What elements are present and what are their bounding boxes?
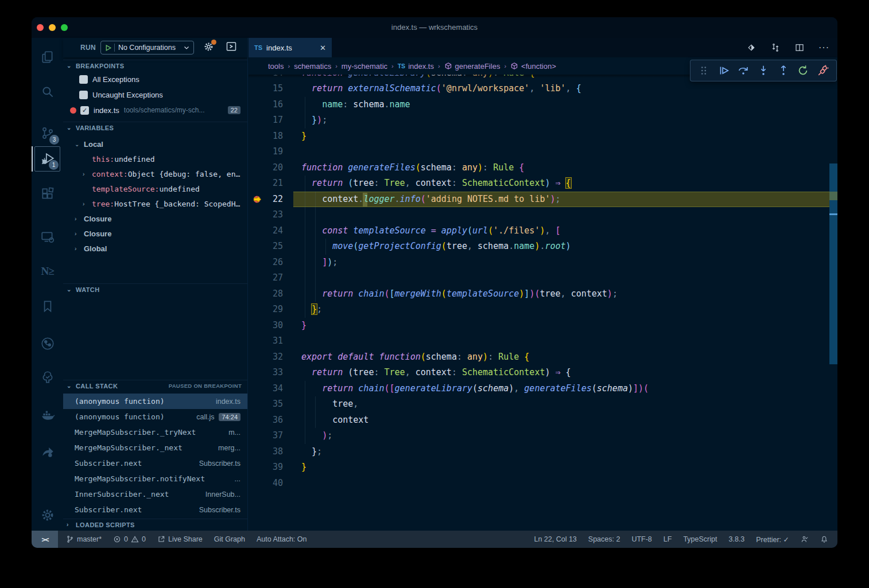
- call-stack-section-header[interactable]: ⌄ CALL STACK PAUSED ON BREAKPOINT: [63, 380, 247, 391]
- step-out-button[interactable]: [775, 63, 792, 79]
- typescript-version-status[interactable]: 3.8.3: [728, 535, 744, 543]
- line-number[interactable]: 18: [249, 128, 283, 145]
- breadcrumb-item[interactable]: schematics: [294, 62, 331, 71]
- code-line[interactable]: [301, 207, 826, 223]
- variable-row[interactable]: ⌄Local: [63, 137, 247, 151]
- variable-row[interactable]: ›context: Object {debug: false, en…: [63, 166, 247, 181]
- code-line[interactable]: const templateSource = apply(url('./file…: [301, 223, 826, 239]
- code-line[interactable]: [301, 333, 826, 349]
- code-line[interactable]: }: [301, 128, 826, 145]
- restart-button[interactable]: [795, 63, 811, 79]
- checkbox-unchecked[interactable]: [79, 75, 88, 84]
- activity-source-control[interactable]: 3: [34, 120, 60, 146]
- code-line[interactable]: tree,: [301, 396, 826, 412]
- code-line[interactable]: [301, 144, 826, 160]
- debug-settings-button[interactable]: [203, 41, 214, 54]
- code-line[interactable]: return chain([mergeWith(templateSource)]…: [301, 286, 826, 302]
- line-number[interactable]: 38: [249, 444, 283, 460]
- breadcrumb-item[interactable]: TSindex.ts: [398, 62, 434, 71]
- activity-manage[interactable]: [34, 503, 60, 528]
- step-into-button[interactable]: [755, 63, 771, 79]
- code-line[interactable]: name: schema.name: [301, 97, 826, 113]
- gitlens-diamond-icon[interactable]: [746, 42, 757, 53]
- notifications-button[interactable]: [820, 535, 828, 543]
- code-line[interactable]: context: [301, 412, 826, 429]
- breakpoints-section-header[interactable]: ⌄ BREAKPOINTS: [63, 60, 247, 71]
- line-number[interactable]: 36: [249, 412, 283, 429]
- debug-console-button[interactable]: [226, 41, 237, 54]
- call-stack-frame[interactable]: MergeMapSubscriber.notifyNext...: [63, 471, 247, 486]
- line-number[interactable]: 16: [249, 97, 283, 113]
- code-line[interactable]: });: [301, 112, 826, 128]
- close-tab-icon[interactable]: ✕: [320, 44, 326, 52]
- current-breakpoint-arrow-icon[interactable]: [252, 194, 263, 205]
- code-line[interactable]: ]);: [301, 255, 826, 271]
- line-number[interactable]: 26: [249, 255, 283, 271]
- tab-index-ts[interactable]: TS index.ts ✕: [249, 38, 332, 57]
- chevron-right-icon[interactable]: ›: [75, 246, 84, 252]
- editor-scrollbar[interactable]: [829, 75, 837, 531]
- breadcrumb-item[interactable]: tools: [268, 62, 284, 71]
- chevron-down-icon[interactable]: ⌄: [75, 141, 84, 147]
- language-mode-status[interactable]: TypeScript: [683, 535, 717, 543]
- git-graph-status[interactable]: Git Graph: [214, 535, 245, 543]
- line-number[interactable]: 24: [249, 223, 283, 239]
- line-number[interactable]: 40: [249, 476, 283, 492]
- activity-docker[interactable]: [34, 402, 60, 427]
- line-number[interactable]: 34: [249, 381, 283, 397]
- toolbar-grip-handle[interactable]: [696, 63, 712, 79]
- line-number[interactable]: 39: [249, 460, 283, 476]
- encoding-status[interactable]: UTF-8: [631, 535, 651, 543]
- activity-remote-explorer[interactable]: [34, 224, 60, 250]
- activity-extensions[interactable]: [34, 181, 60, 207]
- line-number[interactable]: 14: [249, 75, 283, 81]
- line-number[interactable]: 32: [249, 349, 283, 365]
- variable-row[interactable]: ›Global: [63, 241, 247, 256]
- call-stack-frame[interactable]: (anonymous function)call.js74:24: [63, 409, 247, 425]
- launch-configuration-dropdown[interactable]: No Configurations: [100, 41, 194, 54]
- call-stack-frame[interactable]: Subscriber.nextSubscriber.ts: [63, 455, 247, 471]
- checkbox-unchecked[interactable]: [79, 91, 88, 99]
- code-line[interactable]: );: [301, 428, 826, 444]
- indentation-status[interactable]: Spaces: 2: [588, 535, 620, 543]
- line-number[interactable]: 21: [249, 176, 283, 192]
- eol-status[interactable]: LF: [664, 535, 672, 543]
- code-line[interactable]: };: [301, 302, 826, 318]
- chevron-right-icon[interactable]: ›: [75, 231, 84, 237]
- activity-bookmarks[interactable]: [34, 294, 60, 319]
- call-stack-frame[interactable]: InnerSubscriber._nextInnerSub...: [63, 486, 247, 502]
- problems-status[interactable]: 0 0: [113, 535, 146, 543]
- feedback-button[interactable]: [801, 535, 809, 543]
- watch-section-header[interactable]: ⌄ WATCH: [63, 283, 247, 295]
- variable-row[interactable]: this: undefined: [63, 151, 247, 166]
- line-number[interactable]: 37: [249, 428, 283, 444]
- code-line[interactable]: };: [301, 444, 826, 460]
- activity-search[interactable]: [34, 79, 60, 104]
- line-number[interactable]: 30: [249, 318, 283, 334]
- step-over-button[interactable]: [735, 63, 751, 79]
- chevron-right-icon[interactable]: ›: [75, 216, 84, 222]
- remote-indicator[interactable]: ><: [32, 531, 58, 548]
- split-editor-icon[interactable]: [794, 42, 805, 53]
- chevron-right-icon[interactable]: ›: [83, 171, 92, 177]
- line-number[interactable]: 27: [249, 270, 283, 286]
- line-number[interactable]: 17: [249, 112, 283, 128]
- code-line[interactable]: return (tree: Tree, context: SchematicCo…: [301, 365, 826, 381]
- code-line[interactable]: [301, 476, 826, 492]
- cursor-position-status[interactable]: Ln 22, Col 13: [534, 535, 576, 543]
- line-number[interactable]: 29: [249, 302, 283, 318]
- prettier-status[interactable]: Prettier: ✓: [756, 535, 789, 544]
- line-number[interactable]: 33: [249, 365, 283, 381]
- variable-row[interactable]: ›Closure: [63, 226, 247, 241]
- git-branch-status[interactable]: master*: [66, 535, 102, 543]
- call-stack-frame[interactable]: (anonymous function)index.ts: [63, 394, 247, 409]
- code-line[interactable]: return (tree: Tree, context: SchematicCo…: [301, 176, 826, 192]
- code-line[interactable]: }: [301, 460, 826, 476]
- line-number[interactable]: 19: [249, 144, 283, 160]
- more-actions-icon[interactable]: ···: [818, 42, 829, 53]
- compare-changes-icon[interactable]: [770, 42, 781, 53]
- code-line[interactable]: return chain([generateLibrary(schema), g…: [301, 381, 826, 397]
- activity-run-debug[interactable]: 1: [34, 146, 60, 172]
- activity-live-share[interactable]: [34, 439, 60, 464]
- auto-attach-status[interactable]: Auto Attach: On: [257, 535, 307, 543]
